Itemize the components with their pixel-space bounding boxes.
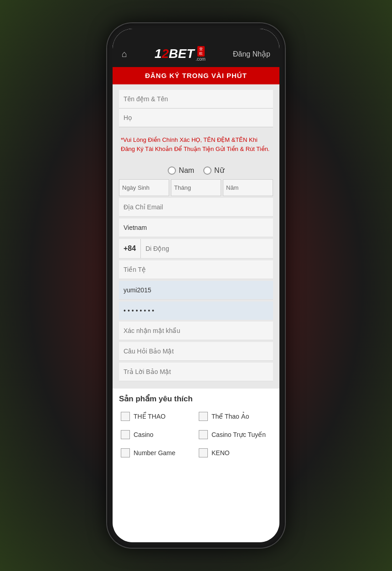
product-item-sports: THỂ THAO: [119, 409, 195, 424]
register-banner: ĐĂNG KÝ TRONG VÀI PHÚT: [113, 67, 279, 84]
confirm-password-input[interactable]: [119, 322, 273, 340]
gender-female-option[interactable]: Nữ: [203, 166, 224, 175]
product-item-keno: KENO: [197, 446, 273, 460]
date-month-picker[interactable]: Tháng: [171, 179, 221, 196]
email-input[interactable]: [119, 198, 273, 217]
home-icon[interactable]: ⌂: [122, 49, 127, 59]
product-label-number-game: Number Game: [134, 449, 175, 457]
phone-frame: ⌂ 12BET 壹欧 .com Đăng Nhập ĐĂNG KÝ TRONG …: [107, 23, 285, 548]
product-item-number-game: Number Game: [119, 446, 195, 460]
radio-male[interactable]: [168, 166, 176, 175]
products-title: Sản phẩm yêu thích: [119, 394, 273, 404]
phone-notch: [166, 29, 226, 42]
date-year-picker[interactable]: Năm: [223, 179, 273, 196]
phone-code: +84: [119, 239, 141, 258]
radio-female[interactable]: [203, 166, 211, 175]
product-item-virtual-sports: Thể Thao Ảo: [197, 409, 273, 424]
last-name-input[interactable]: [119, 109, 273, 127]
first-name-input[interactable]: [119, 90, 273, 109]
gender-row: Nam Nữ: [119, 161, 273, 179]
checkbox-casino[interactable]: [121, 430, 130, 439]
security-answer-input[interactable]: [119, 363, 273, 381]
login-link[interactable]: Đăng Nhập: [233, 50, 270, 58]
screen-content: ⌂ 12BET 壹欧 .com Đăng Nhập ĐĂNG KÝ TRONG …: [113, 29, 279, 542]
name-warning: *Vui Lòng Điền Chính Xác HỌ, TÊN ĐỆM &TÊ…: [119, 131, 273, 158]
product-item-live-casino: Casino Trực Tuyến: [197, 427, 273, 442]
logo: 12BET 壹欧 .com: [155, 46, 206, 62]
checkbox-live-casino[interactable]: [199, 430, 208, 439]
product-label-live-casino: Casino Trực Tuyến: [211, 431, 266, 438]
country-input[interactable]: [119, 218, 273, 237]
gender-female-label: Nữ: [214, 166, 224, 175]
phone-screen: ⌂ 12BET 壹欧 .com Đăng Nhập ĐĂNG KÝ TRONG …: [113, 29, 279, 542]
checkbox-keno[interactable]: [199, 448, 208, 457]
currency-input[interactable]: [119, 260, 273, 279]
product-label-virtual-sports: Thể Thao Ảo: [211, 413, 249, 420]
product-label-casino: Casino: [134, 431, 154, 438]
date-day-picker[interactable]: Ngày Sinh: [119, 179, 169, 196]
logo-dot: .com: [196, 57, 206, 62]
gender-male-option[interactable]: Nam: [168, 166, 194, 175]
username-input[interactable]: [119, 281, 273, 300]
banner-text: ĐĂNG KÝ TRONG VÀI PHÚT: [145, 72, 247, 79]
product-label-sports: THỂ THAO: [134, 413, 165, 420]
checkbox-sports[interactable]: [121, 412, 130, 421]
products-section: Sản phẩm yêu thích THỂ THAO Thể Thao Ảo …: [113, 389, 279, 466]
phone-input[interactable]: [141, 239, 273, 258]
checkbox-virtual-sports[interactable]: [199, 412, 208, 421]
security-question-input[interactable]: [119, 342, 273, 361]
gender-male-label: Nam: [179, 166, 194, 175]
phone-row: +84: [119, 239, 273, 259]
checkbox-number-game[interactable]: [121, 448, 130, 457]
products-grid: THỂ THAO Thể Thao Ảo Casino Casino Trực …: [119, 409, 273, 460]
name-group: [119, 90, 273, 127]
date-row: Ngày Sinh Tháng Năm: [119, 179, 273, 196]
registration-form: *Vui Lòng Điền Chính Xác HỌ, TÊN ĐỆM &TÊ…: [113, 84, 279, 389]
logo-badge: 壹欧: [197, 46, 205, 57]
logo-text: 12BET: [155, 47, 194, 61]
password-display: ••••••••: [119, 301, 273, 320]
product-label-keno: KENO: [211, 449, 230, 457]
product-item-casino: Casino: [119, 427, 195, 442]
